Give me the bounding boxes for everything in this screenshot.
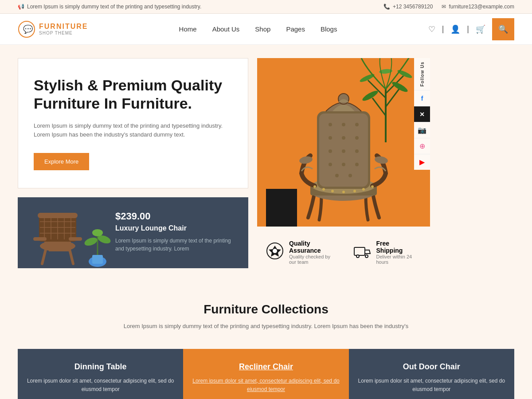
announcement-area: 📢 Lorem Ipsum is simply dummy text of th… [18, 4, 201, 10]
svg-point-58 [338, 94, 349, 104]
svg-point-62 [322, 188, 325, 191]
svg-point-52 [355, 149, 359, 153]
phone-icon: 📞 [383, 4, 390, 10]
facebook-icon[interactable]: f [414, 90, 430, 106]
logo-icon: 💬 [18, 20, 35, 38]
svg-point-66 [362, 188, 365, 191]
explore-more-button[interactable]: Explore More [34, 153, 89, 170]
youtube-icon[interactable]: ▶ [414, 154, 430, 170]
instagram-icon[interactable]: 📷 [414, 122, 430, 138]
product-name: Luxury Lounge Chair [115, 224, 235, 232]
dining-title: Dinning Table [27, 362, 174, 372]
svg-point-53 [329, 163, 332, 166]
divider-1: | [442, 24, 444, 34]
outdoor-description: Lorem ipsum dolor sit amet, consectetur … [358, 377, 505, 394]
dining-description: Lorem ipsum dolor sit amet, consectetur … [27, 377, 174, 394]
collection-cards: Dinning Table Lorem ipsum dolor sit amet… [0, 340, 532, 399]
svg-point-23 [84, 236, 98, 247]
svg-point-63 [331, 190, 334, 192]
email-address: furniture123@example.com [449, 4, 514, 10]
user-icon[interactable]: 👤 [450, 24, 460, 34]
logo-text: FURNITURE SHOP THEME [39, 23, 88, 35]
svg-point-65 [353, 190, 356, 192]
recliner-description: Lorem ipsum dolor sit amet, consectetur … [192, 377, 340, 394]
collection-card-dining[interactable]: Dinning Table Lorem ipsum dolor sit amet… [18, 349, 183, 399]
collection-card-outdoor[interactable]: Out Door Chair Lorem ipsum dolor sit ame… [349, 349, 514, 399]
search-icon: 🔍 [498, 24, 508, 34]
svg-point-45 [342, 123, 345, 126]
nav-about[interactable]: About Us [212, 25, 240, 33]
site-header: 💬 FURNITURE SHOP THEME Home About Us Sho… [0, 14, 532, 45]
hero-right: Follow Us f ✕ 📷 ⊕ ▶ Quality Ass [257, 58, 430, 271]
quality-text: Quality Assurance Quality checked by our… [289, 240, 336, 265]
quality-title: Quality Assurance [289, 240, 336, 254]
svg-point-57 [348, 174, 352, 177]
speaker-icon: 📢 [18, 4, 24, 10]
svg-text:💬: 💬 [23, 24, 33, 34]
collections-title: Furniture Collections [18, 302, 514, 317]
email-contact: ✉ furniture123@example.com [442, 4, 514, 10]
phone-contact: 📞 +12 3456789120 [383, 4, 433, 10]
follow-us-label: Follow Us [417, 58, 427, 90]
product-price: $239.00 [115, 211, 235, 222]
features-bar: Quality Assurance Quality checked by our… [257, 233, 430, 271]
svg-rect-21 [92, 255, 103, 264]
nav-home[interactable]: Home [179, 25, 197, 33]
header-actions: ♡ | 👤 | 🛒 🔍 [428, 18, 514, 40]
quality-icon [266, 242, 284, 263]
shipping-feature: Free Shipping Deliver within 24 hours [353, 240, 413, 265]
cart-icon[interactable]: 🛒 [476, 24, 485, 34]
svg-point-64 [342, 191, 345, 193]
shipping-icon [353, 242, 371, 263]
announcement-text: Lorem Ipsum is simply dummy text of the … [27, 4, 201, 10]
hero-orange-panel: Follow Us f ✕ 📷 ⊕ ▶ [257, 58, 430, 227]
decorative-cube [266, 189, 297, 227]
nav-blogs[interactable]: Blogs [321, 25, 337, 33]
shipping-subtitle: Deliver within 24 hours [376, 254, 413, 265]
svg-point-67 [371, 185, 374, 188]
nav-shop[interactable]: Shop [255, 25, 270, 33]
quality-subtitle: Quality checked by our team [289, 254, 336, 265]
svg-point-56 [335, 174, 339, 177]
social-sidebar: Follow Us f ✕ 📷 ⊕ ▶ [414, 58, 430, 170]
nav-pages[interactable]: Pages [286, 25, 305, 33]
collection-card-recliner[interactable]: Recliner Chair Lorem ipsum dolor sit ame… [183, 349, 348, 399]
search-button[interactable]: 🔍 [492, 18, 514, 40]
brand-name: FURNITURE [39, 23, 88, 31]
svg-rect-17 [38, 213, 78, 218]
product-info: $239.00 Luxury Lounge Chair Lorem Ipsum … [115, 211, 235, 253]
email-icon: ✉ [442, 4, 446, 10]
svg-rect-71 [354, 247, 365, 255]
svg-point-74 [357, 255, 359, 257]
dribbble-icon[interactable]: ⊕ [414, 138, 430, 154]
svg-point-51 [342, 149, 345, 153]
phone-number: +12 3456789120 [393, 4, 433, 10]
collections-description: Lorem Ipsum is simply dummy text of the … [18, 322, 514, 331]
svg-point-49 [355, 136, 359, 140]
product-description: Lorem Ipsum is simply dummy text of the … [115, 237, 235, 253]
svg-rect-19 [69, 237, 82, 241]
top-bar: 📢 Lorem Ipsum is simply dummy text of th… [0, 0, 532, 14]
svg-point-55 [355, 163, 359, 166]
divider-2: | [467, 24, 469, 34]
svg-point-25 [92, 229, 103, 236]
plant-image [84, 224, 111, 268]
contact-area: 📞 +12 3456789120 ✉ furniture123@example.… [383, 4, 514, 10]
logo[interactable]: 💬 FURNITURE SHOP THEME [18, 20, 88, 38]
twitter-icon[interactable]: ✕ [414, 106, 430, 122]
shipping-text: Free Shipping Deliver within 24 hours [376, 240, 413, 265]
outdoor-title: Out Door Chair [358, 362, 505, 372]
wishlist-icon[interactable]: ♡ [428, 24, 435, 34]
main-nav: Home About Us Shop Pages Blogs [179, 25, 337, 33]
svg-point-48 [342, 136, 345, 140]
product-preview-card: $239.00 Luxury Lounge Chair Lorem Ipsum … [18, 197, 248, 268]
brand-sub: SHOP THEME [39, 31, 88, 35]
svg-point-54 [342, 163, 345, 166]
shipping-title: Free Shipping [376, 240, 413, 254]
product-image-area [18, 197, 115, 268]
recliner-title: Recliner Chair [192, 362, 340, 372]
hero-description: Lorem Ipsum is simply dummy text of the … [34, 121, 232, 140]
svg-point-46 [355, 123, 359, 126]
svg-point-75 [366, 255, 368, 257]
hero-left: Stylish & Premium Quality Furniture In F… [18, 58, 248, 271]
